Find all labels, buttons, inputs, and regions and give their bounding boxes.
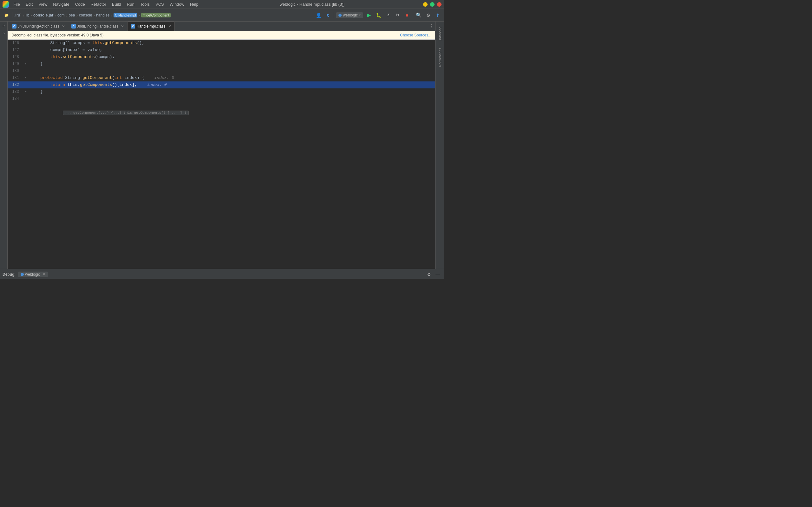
debug-run-btn[interactable]: 🐛	[374, 11, 382, 19]
run-config[interactable]: weblogic ▾	[336, 12, 363, 18]
sidebar-notifications-label[interactable]: Notifications	[437, 45, 443, 69]
run-config-dot	[339, 14, 342, 17]
tab-close-jndi[interactable]: ✕	[62, 24, 65, 29]
debug-header: Debug: weblogic ✕ ⚙ —	[0, 269, 444, 279]
menu-file[interactable]: File	[11, 1, 22, 7]
code-line-133: 133 ▸ }	[8, 89, 435, 95]
code-editor[interactable]: 126 String[] comps = this.getComponents(…	[8, 40, 435, 269]
main-layout: P S C JNDIBindingAction.class ✕ C JndiBi…	[0, 21, 444, 269]
minimize-btn[interactable]	[423, 2, 427, 7]
tab-icon-handle: C	[71, 24, 76, 29]
sidebar-structure-icon[interactable]: S	[1, 30, 7, 36]
debug-label: Debug:	[3, 272, 15, 277]
tab-more-btn[interactable]: ⋮	[429, 23, 434, 29]
line-content-131: protected String getComponent(int index)…	[29, 74, 435, 81]
menu-tools[interactable]: Tools	[138, 1, 152, 7]
rerun-btn[interactable]: ↺	[384, 11, 392, 19]
menu-vcs[interactable]: VCS	[153, 1, 166, 7]
title-text: weblogic - HandleImpl.class [lib (3)]	[280, 2, 345, 7]
menu-refactor[interactable]: Refactor	[88, 1, 109, 7]
code-line-127: 127 comps[index] = value;	[8, 47, 435, 54]
search-btn[interactable]: 🔍	[415, 11, 422, 19]
fold-133[interactable]: ▸	[25, 89, 27, 95]
breadcrumb-class[interactable]: C HandleImpl	[113, 13, 137, 17]
line-content-132: return this.getComponents()[index]; inde…	[29, 81, 435, 89]
title-bar: File Edit View Navigate Code Refactor Bu…	[0, 0, 444, 9]
fold-131[interactable]: ▸	[25, 74, 27, 81]
run-config-dropdown[interactable]: ▾	[359, 13, 361, 17]
code-line-132: 132 return this.getComponents()[index]; …	[8, 81, 435, 89]
editor-area: C JNDIBindingAction.class ✕ C JndiBindin…	[8, 21, 435, 269]
menu-view[interactable]: View	[36, 1, 50, 7]
breadcrumb-inf[interactable]: .INF	[14, 13, 21, 17]
vcs-icon[interactable]: ⑆	[324, 11, 332, 19]
code-line-126: 126 String[] comps = this.getComponents(…	[8, 40, 435, 47]
profile-btn[interactable]: 👤	[315, 11, 322, 19]
tab-icon-impl: C	[131, 24, 135, 29]
code-line-folded: ... getComponent(...) {...} this.getComp…	[8, 102, 435, 123]
toolbar: 📁 .INF › lib › console.jar › com › bea ›…	[0, 9, 444, 21]
title-bar-left: File Edit View Navigate Code Refactor Bu…	[3, 1, 201, 8]
right-sidebar: Database Notifications	[435, 21, 444, 269]
line-num-132: 132	[8, 81, 23, 89]
choose-sources-link[interactable]: Choose Sources...	[400, 33, 432, 38]
breadcrumb-console[interactable]: console	[79, 13, 92, 17]
gutter-129: ▸	[23, 60, 29, 67]
breadcrumb-bea[interactable]: bea	[68, 13, 75, 17]
update-btn[interactable]: ⬆	[434, 11, 442, 19]
debug-header-right: ⚙ —	[425, 271, 442, 278]
tab-close-handle[interactable]: ✕	[121, 24, 124, 29]
breadcrumb-jar[interactable]: console.jar	[33, 13, 53, 17]
line-content-129: }	[29, 60, 435, 67]
breadcrumb-lib[interactable]: lib	[26, 13, 29, 17]
line-num-126: 126	[8, 40, 23, 47]
decompile-text: Decompiled .class file, bytecode version…	[11, 33, 103, 38]
folded-preview[interactable]: ... getComponent(...) {...} this.getComp…	[63, 111, 189, 115]
rerun2-btn[interactable]: ↻	[394, 11, 401, 19]
left-sidebar: P S	[0, 21, 8, 269]
sidebar-project-icon[interactable]: P	[1, 23, 7, 29]
menu-bar: File Edit View Navigate Code Refactor Bu…	[11, 1, 201, 7]
menu-code[interactable]: Code	[72, 1, 88, 7]
line-content-126: String[] comps = this.getComponents();	[29, 40, 435, 47]
debug-session-tab[interactable]: weblogic ✕	[18, 272, 48, 277]
app-logo	[3, 1, 9, 8]
sidebar-database-label[interactable]: Database	[437, 24, 443, 44]
breadcrumb: .INF › lib › console.jar › com › bea › c…	[14, 13, 313, 18]
code-line-134: 134	[8, 95, 435, 102]
fold-129[interactable]: ▸	[25, 60, 27, 67]
stop-btn[interactable]: ■	[403, 11, 411, 19]
menu-run[interactable]: Run	[124, 1, 137, 7]
menu-window[interactable]: Window	[167, 1, 187, 7]
menu-help[interactable]: Help	[188, 1, 201, 7]
line-content-128: this.setComponents(comps);	[29, 54, 435, 60]
breadcrumb-method[interactable]: m getComponent	[141, 13, 170, 17]
tab-label-jndi: JNDIBindingAction.class	[18, 24, 59, 29]
project-icon[interactable]: 📁	[3, 11, 10, 19]
breadcrumb-com[interactable]: com	[57, 13, 65, 17]
close-btn[interactable]	[437, 2, 442, 7]
breadcrumb-handles[interactable]: handles	[96, 13, 109, 17]
gutter-133: ▸	[23, 89, 29, 95]
tab-label-handle: JndiBindingHandle.class	[77, 24, 119, 29]
tab-close-impl[interactable]: ✕	[168, 24, 171, 29]
line-content-133: }	[29, 89, 435, 95]
tab-jndi-binding-handle[interactable]: C JndiBindingHandle.class ✕	[68, 21, 128, 31]
settings-btn[interactable]: ⚙	[424, 11, 432, 19]
code-line-130: 130	[8, 67, 435, 74]
line-num-127: 127	[8, 47, 23, 54]
debug-session-close[interactable]: ✕	[43, 272, 45, 276]
maximize-btn[interactable]	[430, 2, 435, 7]
menu-navigate[interactable]: Navigate	[50, 1, 72, 7]
title-bar-right	[423, 2, 442, 7]
debug-settings-btn[interactable]: ⚙	[425, 271, 433, 278]
debug-session-name: weblogic	[25, 272, 40, 277]
menu-edit[interactable]: Edit	[23, 1, 35, 7]
tab-icon-jndi: C	[12, 24, 16, 29]
menu-build[interactable]: Build	[109, 1, 124, 7]
line-content-127: comps[index] = value;	[29, 47, 435, 54]
tab-handle-impl[interactable]: C HandleImpl.class ✕	[127, 21, 174, 31]
run-btn[interactable]: ▶	[365, 11, 373, 19]
debug-minimize-btn[interactable]: —	[434, 271, 442, 278]
tab-jndi-binding-action[interactable]: C JNDIBindingAction.class ✕	[9, 21, 68, 31]
